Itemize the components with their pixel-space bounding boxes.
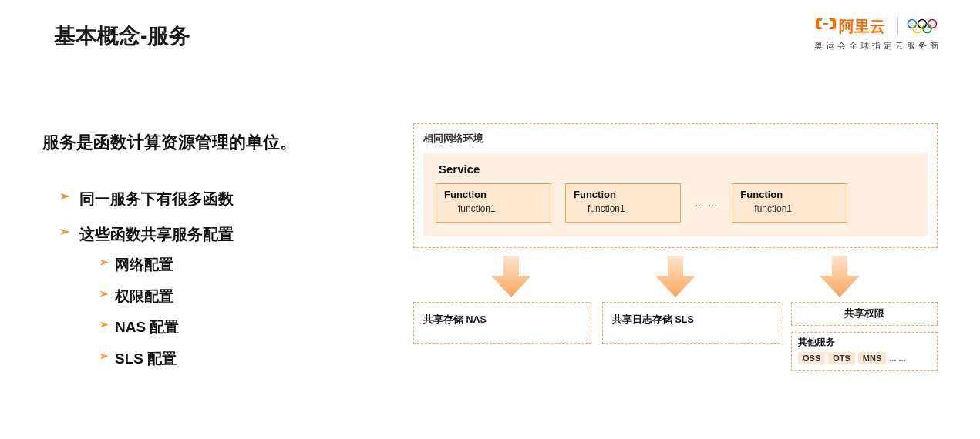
arrow-down-icon [815, 253, 864, 300]
svg-marker-6 [491, 256, 531, 297]
svg-point-5 [923, 25, 931, 33]
svg-marker-7 [655, 256, 695, 297]
function-name: function1 [754, 203, 839, 214]
brand-divider [897, 17, 898, 35]
left-column: 服务是函数计算资源管理的单位。 同一服务下有很多函数 这些函数共享服务配置 网络… [42, 131, 366, 380]
function-name: function1 [588, 203, 672, 214]
intro-text: 服务是函数计算资源管理的单位。 [42, 131, 366, 154]
network-env-label: 相同网络环境 [423, 132, 928, 146]
svg-marker-8 [820, 256, 860, 297]
function-box: Function function1 [732, 183, 847, 223]
sub-bullet-list: 网络配置 权限配置 NAS 配置 SLS 配置 [79, 254, 366, 370]
shared-sls-label: 共享日志存储 SLS [612, 314, 694, 325]
svg-point-3 [928, 20, 937, 28]
service-chip: OSS [798, 352, 825, 364]
sub-bullet-item: 网络配置 [79, 254, 366, 276]
svg-point-2 [918, 20, 927, 28]
function-row: Function function1 Function function1 … … [436, 183, 915, 223]
sub-bullet-item: NAS 配置 [79, 317, 366, 339]
svg-point-4 [913, 25, 921, 33]
function-box: Function function1 [436, 183, 551, 223]
svg-rect-0 [823, 23, 828, 25]
bullet-list: 同一服务下有很多函数 这些函数共享服务配置 网络配置 权限配置 NAS 配置 S… [42, 186, 366, 370]
service-title: Service [439, 163, 915, 176]
sub-bullet-item: SLS 配置 [79, 348, 366, 370]
function-label: Function [574, 189, 672, 200]
service-ellipsis: ... ... [889, 354, 905, 363]
service-chip: OTS [828, 352, 855, 364]
slide-title: 基本概念-服务 [54, 22, 190, 51]
arrow-down-icon [487, 253, 536, 300]
function-box: Function function1 [565, 183, 681, 223]
bullet-text: 这些函数共享服务配置 [79, 226, 234, 243]
shared-sls-box: 共享日志存储 SLS [602, 302, 780, 344]
sub-bullet-item: 权限配置 [79, 286, 366, 308]
service-box: Service Function function1 Function func… [423, 153, 928, 236]
service-chip: MNS [858, 352, 886, 364]
brand-block: 阿里云 奥运会全球指定云服务商 [814, 15, 941, 52]
bullet-text: 同一服务下有很多函数 [79, 190, 234, 207]
function-label: Function [740, 189, 839, 200]
bullet-item: 同一服务下有很多函数 [42, 186, 366, 211]
shared-permission-label: 共享权限 [844, 308, 884, 319]
architecture-diagram: 相同网络环境 Service Function function1 Functi… [413, 123, 938, 371]
brand-row: 阿里云 [814, 15, 941, 37]
shared-row: 共享存储 NAS 共享日志存储 SLS 共享权限 其他服务 OSS OTS MN… [413, 302, 938, 371]
svg-point-1 [908, 20, 917, 28]
aliyun-bracket-icon [816, 15, 836, 37]
function-ellipsis: … … [695, 198, 718, 209]
shared-nas-label: 共享存储 NAS [423, 314, 487, 325]
shared-permission-box: 共享权限 [791, 302, 938, 326]
other-services-title: 其他服务 [798, 336, 931, 349]
shared-nas-box: 共享存储 NAS [413, 302, 591, 344]
arrow-row [413, 253, 938, 300]
other-services-chips: OSS OTS MNS ... ... [798, 352, 931, 364]
brand-tagline: 奥运会全球指定云服务商 [814, 40, 941, 52]
olympic-rings-icon [906, 18, 941, 35]
network-env-box: 相同网络环境 Service Function function1 Functi… [413, 123, 938, 248]
arrow-down-icon [651, 253, 700, 300]
permission-stack: 共享权限 其他服务 OSS OTS MNS ... ... [791, 302, 938, 371]
bullet-item: 这些函数共享服务配置 网络配置 权限配置 NAS 配置 SLS 配置 [42, 222, 366, 370]
function-name: function1 [458, 203, 543, 214]
function-label: Function [444, 189, 543, 200]
other-services-box: 其他服务 OSS OTS MNS ... ... [791, 332, 938, 371]
brand-name: 阿里云 [839, 16, 885, 37]
